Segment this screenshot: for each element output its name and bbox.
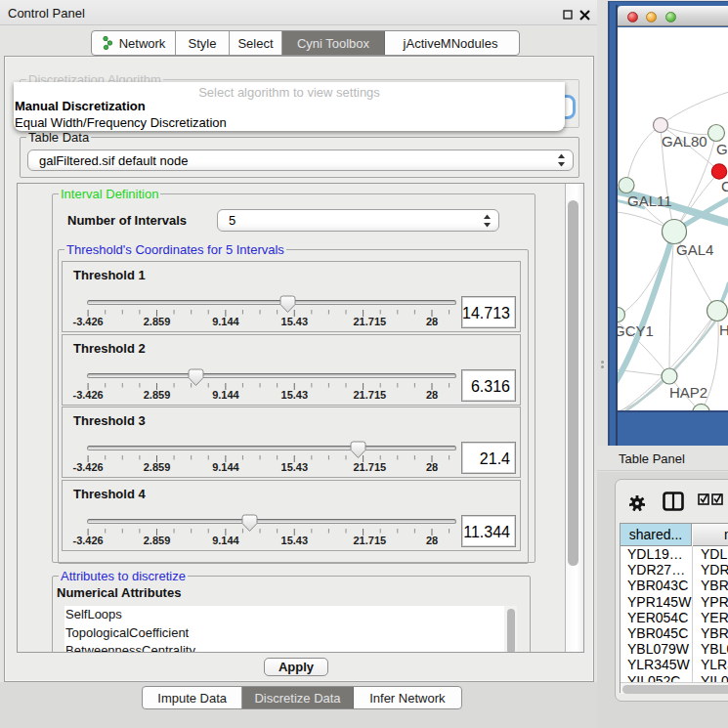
svg-text:GAL11: GAL11: [627, 193, 672, 209]
svg-text:C: C: [721, 178, 728, 194]
svg-text:GAL80: GAL80: [662, 133, 707, 150]
svg-text:H: H: [719, 321, 728, 338]
svg-text:GAL4: GAL4: [676, 241, 713, 258]
svg-text:G.: G.: [716, 141, 728, 157]
svg-text:GCY1: GCY1: [618, 322, 654, 339]
svg-text:HAP2: HAP2: [669, 384, 707, 401]
